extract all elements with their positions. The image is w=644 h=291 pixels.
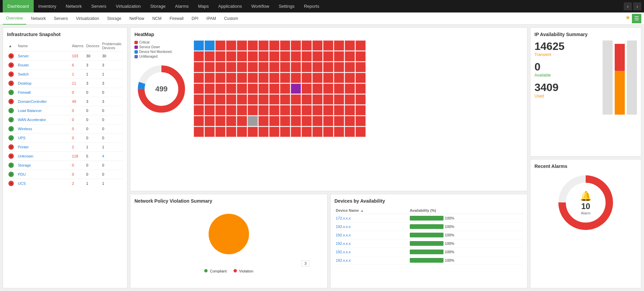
tab-dpi[interactable]: DPI bbox=[188, 12, 202, 25]
heatmap-cell[interactable] bbox=[258, 40, 269, 51]
heatmap-cell[interactable] bbox=[356, 40, 366, 51]
nav-item-inventory[interactable]: Inventory bbox=[34, 0, 61, 12]
heatmap-cell[interactable] bbox=[356, 51, 366, 61]
heatmap-cell[interactable] bbox=[205, 105, 215, 115]
heatmap-cell[interactable] bbox=[215, 94, 225, 105]
col-devices-header[interactable]: Devices bbox=[85, 40, 101, 52]
heatmap-cell[interactable] bbox=[226, 51, 236, 61]
row-device-name[interactable]: Switch bbox=[17, 70, 71, 79]
heatmap-cell[interactable] bbox=[312, 127, 323, 137]
heatmap-cell[interactable] bbox=[258, 127, 269, 137]
heatmap-cell[interactable] bbox=[334, 84, 344, 94]
heatmap-cell[interactable] bbox=[226, 127, 236, 137]
heatmap-cell[interactable] bbox=[356, 62, 366, 72]
heatmap-cell[interactable] bbox=[237, 127, 247, 137]
heatmap-cell[interactable] bbox=[194, 116, 204, 126]
heatmap-cell[interactable] bbox=[312, 84, 323, 94]
nav-item-storage[interactable]: Storage bbox=[146, 0, 171, 12]
heatmap-cell[interactable] bbox=[323, 73, 333, 83]
heatmap-cell[interactable] bbox=[269, 84, 279, 94]
tab-network[interactable]: Network bbox=[28, 12, 49, 25]
heatmap-cell[interactable] bbox=[302, 73, 312, 83]
row-device-name[interactable]: Wireless bbox=[17, 124, 71, 134]
heatmap-cell[interactable] bbox=[205, 127, 215, 137]
row-device-name[interactable]: Load Balancer bbox=[17, 106, 71, 115]
heatmap-cell[interactable] bbox=[194, 105, 204, 115]
heatmap-cell[interactable] bbox=[291, 40, 301, 51]
heatmap-cell[interactable] bbox=[248, 62, 258, 72]
heatmap-cell[interactable] bbox=[194, 40, 204, 51]
nav-item-settings[interactable]: Settings bbox=[274, 0, 299, 12]
heatmap-cell[interactable] bbox=[323, 62, 333, 72]
heatmap-cell[interactable] bbox=[226, 62, 236, 72]
heatmap-cell[interactable] bbox=[345, 127, 355, 137]
heatmap-cell[interactable] bbox=[194, 127, 204, 137]
col-name-header[interactable]: Name bbox=[17, 40, 71, 52]
heatmap-cell[interactable] bbox=[258, 116, 269, 126]
heatmap-cell[interactable] bbox=[323, 116, 333, 126]
heatmap-cell[interactable] bbox=[205, 62, 215, 72]
heatmap-cell[interactable] bbox=[237, 94, 247, 105]
tab-netflow[interactable]: NetFlow bbox=[126, 12, 148, 25]
heatmap-cell[interactable] bbox=[248, 84, 258, 94]
heatmap-cell[interactable] bbox=[302, 51, 312, 61]
row-device-name[interactable]: UCS bbox=[17, 179, 71, 188]
favorite-icon[interactable]: ★ bbox=[625, 14, 631, 23]
tab-servers[interactable]: Servers bbox=[51, 12, 71, 25]
heatmap-cell[interactable] bbox=[226, 105, 236, 115]
heatmap-cell[interactable] bbox=[280, 127, 290, 137]
heatmap-cell[interactable] bbox=[345, 62, 355, 72]
heatmap-cell[interactable] bbox=[302, 62, 312, 72]
heatmap-cell[interactable] bbox=[334, 127, 344, 137]
tab-firewall[interactable]: Firewall bbox=[166, 12, 187, 25]
tab-storage[interactable]: Storage bbox=[104, 12, 125, 25]
heatmap-cell[interactable] bbox=[226, 73, 236, 83]
heatmap-cell[interactable] bbox=[237, 40, 247, 51]
heatmap-cell[interactable] bbox=[312, 51, 323, 61]
heatmap-cell[interactable] bbox=[237, 73, 247, 83]
heatmap-cell[interactable] bbox=[205, 51, 215, 61]
nav-item-maps[interactable]: Maps bbox=[193, 0, 214, 12]
heatmap-cell[interactable] bbox=[215, 105, 225, 115]
heatmap-cell[interactable] bbox=[345, 94, 355, 105]
heatmap-cell[interactable] bbox=[302, 116, 312, 126]
heatmap-cell[interactable] bbox=[269, 116, 279, 126]
heatmap-cell[interactable] bbox=[334, 94, 344, 105]
col-alarms-header[interactable]: Alarms bbox=[71, 40, 85, 52]
heatmap-cell[interactable] bbox=[302, 94, 312, 105]
heatmap-cell[interactable] bbox=[323, 51, 333, 61]
heatmap-cell[interactable] bbox=[323, 40, 333, 51]
heatmap-cell[interactable] bbox=[258, 105, 269, 115]
heatmap-cell[interactable] bbox=[237, 62, 247, 72]
row-device-name[interactable]: Server bbox=[17, 52, 71, 61]
heatmap-cell[interactable] bbox=[237, 116, 247, 126]
heatmap-cell[interactable] bbox=[215, 51, 225, 61]
col-sort-icon[interactable]: ▲ bbox=[7, 40, 17, 52]
heatmap-cell[interactable] bbox=[269, 51, 279, 61]
heatmap-cell[interactable] bbox=[280, 51, 290, 61]
heatmap-cell[interactable] bbox=[248, 51, 258, 61]
heatmap-cell[interactable] bbox=[269, 40, 279, 51]
avail-col-device[interactable]: Device Name ▲ bbox=[335, 207, 409, 214]
nav-item-virtualization[interactable]: Virtualization bbox=[111, 0, 146, 12]
heatmap-cell[interactable] bbox=[248, 116, 258, 126]
heatmap-cell[interactable] bbox=[248, 105, 258, 115]
heatmap-cell[interactable] bbox=[205, 94, 215, 105]
heatmap-cell[interactable] bbox=[226, 94, 236, 105]
heatmap-cell[interactable] bbox=[205, 116, 215, 126]
heatmap-cell[interactable] bbox=[334, 40, 344, 51]
heatmap-cell[interactable] bbox=[280, 94, 290, 105]
heatmap-cell[interactable] bbox=[194, 51, 204, 61]
nav-item-workflow[interactable]: Workflow bbox=[247, 0, 274, 12]
heatmap-cell[interactable] bbox=[356, 94, 366, 105]
nav-next-button[interactable]: › bbox=[633, 2, 641, 10]
heatmap-cell[interactable] bbox=[194, 84, 204, 94]
heatmap-cell[interactable] bbox=[312, 62, 323, 72]
heatmap-cell[interactable] bbox=[215, 73, 225, 83]
heatmap-cell[interactable] bbox=[334, 105, 344, 115]
nav-item-dashboard[interactable]: Dashboard bbox=[3, 0, 34, 12]
heatmap-cell[interactable] bbox=[356, 127, 366, 137]
heatmap-cell[interactable] bbox=[356, 73, 366, 83]
heatmap-cell[interactable] bbox=[291, 73, 301, 83]
heatmap-cell[interactable] bbox=[356, 84, 366, 94]
